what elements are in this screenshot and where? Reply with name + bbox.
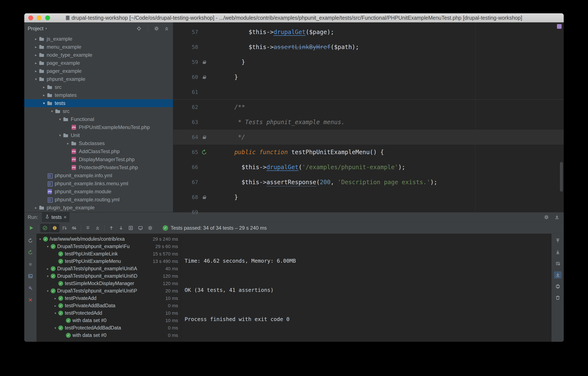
code-line[interactable]: 58 $this->assertLinkByHref($path); [173,40,564,55]
project-tree-item[interactable]: ▸templates [24,91,173,99]
project-tree-item[interactable]: ▸plugin_type_example [24,204,173,212]
import-test-results-icon[interactable] [126,224,135,232]
titlebar[interactable]: drupal-testing-workshop [~/Code/os/drupa… [24,13,564,22]
project-tree-item[interactable]: PHPUnitExampleMenuTest.php [24,123,173,131]
test-result-row[interactable]: testSimpleMockDisplayManager120 ms [37,280,181,287]
chevron-collapsed-icon[interactable]: ▸ [45,267,51,271]
chevron-expanded-icon[interactable]: ▾ [33,77,39,81]
export-test-results-icon[interactable] [136,224,145,232]
test-result-row[interactable]: ▾Drupal\Tests\phpunit_example\Unit\D120 … [37,272,181,280]
code-line[interactable]: 60 } [173,70,564,85]
chevron-expanded-icon[interactable]: ▾ [41,101,47,106]
project-tree-item[interactable]: phpunit_example.routing.yml [24,196,173,204]
code-line[interactable]: 66 $this->drupalGet('/examples/phpunit-e… [173,160,564,175]
project-tree-item[interactable]: phpunit_example.module [24,188,173,196]
run-tab-tests[interactable]: tests [42,212,70,222]
rerun-failed-tests-icon[interactable] [27,249,34,256]
project-tree-item[interactable]: ▸js_example [24,35,173,43]
previous-failed-test-icon[interactable] [107,224,116,232]
test-result-row[interactable]: testPhpUnitExampleMenu13 s 490 ms [37,258,181,265]
code-line[interactable]: 61 [173,85,564,100]
project-tree-item[interactable]: ▾Functional [24,115,173,123]
close-icon[interactable] [27,296,34,303]
code-line[interactable]: 69 [173,205,564,220]
test-result-row[interactable]: with data set #010 ms [37,317,181,324]
test-console-icon[interactable] [27,273,34,280]
project-tree-item[interactable]: ▸Subclasses [24,139,173,147]
expand-all-icon[interactable] [83,224,93,232]
chevron-collapsed-icon[interactable]: ▸ [33,206,39,210]
scroll-up-icon[interactable] [554,237,562,244]
editor-scrollbar-thumb[interactable] [560,162,563,192]
code-line[interactable]: 68 } [173,190,564,205]
show-ignored-icon[interactable] [50,224,59,232]
test-result-row[interactable]: ▸Drupal\Tests\phpunit_example\Unit\A40 m… [37,265,181,272]
clear-all-icon[interactable] [554,294,562,301]
test-settings-icon[interactable] [146,224,155,232]
minimize-window-button[interactable] [37,15,42,20]
code-editor[interactable]: 57 $this->drupalGet($page);58 $this->ass… [173,22,564,212]
soft-wrap-icon[interactable] [554,260,562,267]
chevron-collapsed-icon[interactable]: ▸ [33,69,39,73]
run-test-gutter-icon[interactable] [198,149,210,155]
test-result-row[interactable]: testPhpUnitExampleLink15 s 570 ms [37,250,181,258]
close-window-button[interactable] [28,15,33,20]
chevron-collapsed-icon[interactable]: ▸ [33,45,39,49]
chevron-collapsed-icon[interactable]: ▸ [41,85,47,89]
chevron-collapsed-icon[interactable]: ▸ [65,141,71,146]
inspections-indicator-icon[interactable] [557,24,562,29]
chevron-expanded-icon[interactable]: ▾ [57,117,63,122]
test-result-row[interactable]: with data set #00 ms [37,332,181,339]
code-area[interactable]: 57 $this->drupalGet($page);58 $this->ass… [173,22,564,212]
print-icon[interactable] [554,283,562,290]
chevron-collapsed-icon[interactable]: ▸ [41,93,47,98]
test-result-row[interactable]: ▾testProtectedAdd10 ms [37,310,181,317]
collapse-all-icon[interactable] [93,224,102,232]
chevron-expanded-icon[interactable]: ▾ [49,109,55,114]
project-tree-item[interactable]: ▾src [24,107,173,115]
project-tree-item[interactable]: phpunit_example.links.menu.yml [24,179,173,188]
test-result-row[interactable]: ▾Drupal\Tests\phpunit_example\Unit\P20 m… [37,287,181,295]
project-tree-item[interactable]: AddClassTest.php [24,147,173,155]
code-line[interactable]: 59 } [173,55,564,70]
project-panel-title[interactable]: Project [28,26,43,32]
chevron-collapsed-icon[interactable]: ▸ [52,304,58,308]
test-result-row[interactable]: ▾/var/www/web/modules/contrib/exa29 s 24… [37,235,181,243]
code-line[interactable]: 62 /** [173,100,564,115]
project-tree-item[interactable]: ▾phpunit_example [24,75,173,83]
sort-by-duration-icon[interactable] [70,224,79,232]
settings-icon[interactable] [153,25,160,32]
code-line[interactable]: 65 public function testPhpUnitExampleMen… [173,145,564,160]
chevron-collapsed-icon[interactable]: ▸ [52,297,58,300]
chevron-expanded-icon[interactable]: ▾ [45,289,51,293]
test-result-row[interactable]: ▸testPrivateAddBadData0 ms [37,302,181,310]
sort-alphabetically-icon[interactable] [60,224,69,232]
stop-icon[interactable] [27,261,34,268]
code-line[interactable]: 57 $this->drupalGet($page); [173,24,564,40]
chevron-collapsed-icon[interactable]: ▸ [33,53,39,57]
chevron-expanded-icon[interactable]: ▾ [45,245,51,248]
next-failed-test-icon[interactable] [116,224,126,232]
project-tree-item[interactable]: ▾Unit [24,131,173,139]
chevron-expanded-icon[interactable]: ▾ [57,133,63,138]
close-tab-icon[interactable] [63,214,66,220]
chevron-expanded-icon[interactable]: ▾ [52,326,58,330]
test-result-row[interactable]: ▾Drupal\Tests\phpunit_example\Fu29 s 60 … [37,243,181,250]
code-line[interactable]: 63 * Tests phpunit_example menus. [173,115,564,130]
chevron-expanded-icon[interactable]: ▾ [45,274,51,278]
project-tree-item[interactable]: ▸menu_example [24,43,173,51]
chevron-expanded-icon[interactable]: ▾ [37,237,43,241]
project-tree-item[interactable]: ProtectedPrivatesTest.php [24,164,173,172]
chevron-collapsed-icon[interactable]: ▸ [33,37,39,41]
test-result-row[interactable]: ▾testProtectedAddBadData0 ms [37,324,181,332]
project-tree-item[interactable]: ▸pager_example [24,67,173,75]
project-tree-item[interactable]: ▸page_example [24,59,173,67]
scroll-to-end-icon[interactable] [554,271,562,278]
project-tree-item[interactable]: ▾tests [24,99,173,107]
project-tree-item[interactable]: phpunit_example.info.yml [24,172,173,179]
code-line[interactable]: 67 $this->assertResponse(200, 'Descripti… [173,175,564,190]
project-tree-item[interactable]: DisplayManagerTest.php [24,155,173,164]
scroll-down-icon[interactable] [554,248,562,256]
chevron-collapsed-icon[interactable]: ▸ [33,61,39,65]
zoom-window-button[interactable] [45,15,50,20]
